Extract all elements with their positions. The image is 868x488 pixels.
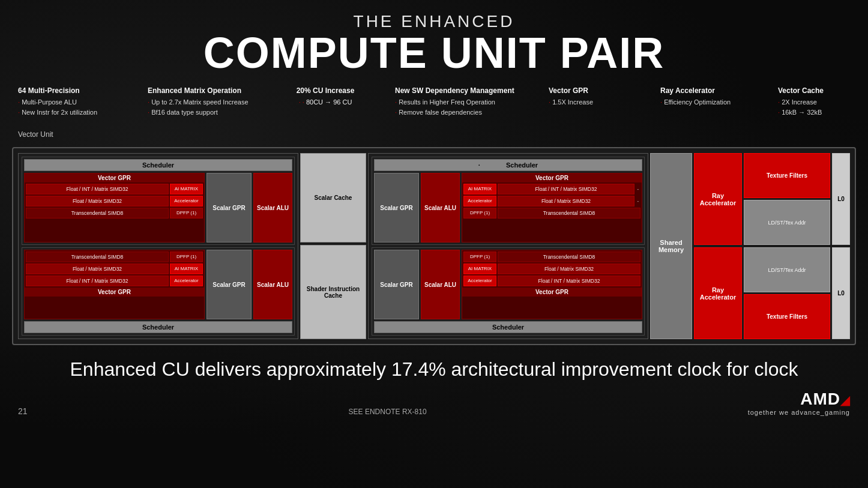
tex-ldst-bottom: LD/ST/Tex Addr Texture Filters: [744, 247, 830, 339]
l0-col: L0 L0: [832, 153, 850, 339]
ann-fr-b2: 16kB → 32kB: [778, 107, 850, 118]
l0-top: L0: [832, 153, 850, 245]
diagram-outer: Scheduler Vector GPR Float / INT / Matri…: [12, 147, 856, 345]
ann-left-bullet2: New Instr for 2x utilization: [18, 107, 114, 118]
footer-note: SEE ENDNOTE RX-810: [349, 408, 427, 416]
annotation-right: Ray Accelerator Efficiency Optimization: [660, 85, 744, 107]
trans-2: Transcendental SIMD8: [26, 252, 169, 262]
left-top-vgpr: Vector GPR Float / INT / Matrix SIMD32 A…: [24, 173, 205, 242]
annotations-row: 64 Multi-Precision Multi-Purpose ALU New…: [0, 80, 868, 145]
ann-cl-title: Enhanced Matrix Operation: [148, 85, 256, 96]
scalar-gpr-tl: Scalar GPR: [206, 173, 252, 242]
scalar-gpr-tr: Scalar GPR: [374, 173, 419, 242]
ann-cm-title: 20% CU Increase: [289, 85, 361, 96]
shader-cache-block: Shader Instruction Cache: [300, 245, 366, 339]
right-top-vgpr: Vector GPR AI MATRIX Float / INT / Matri…: [462, 173, 642, 242]
annotation-left: 64 Multi-Precision Multi-Purpose ALU New…: [18, 85, 114, 140]
ann-fr-title: Vector Cache: [778, 85, 850, 96]
float-matrix-2: Float / Matrix SIMD32: [26, 264, 169, 274]
scalar-alu-tr: Scalar ALU: [421, 173, 460, 242]
amd-tagline: together we advance_gaming: [748, 409, 850, 416]
ai-matrix-1: AI MATRIX: [170, 184, 203, 194]
dpfp-2: DPFP (1): [170, 252, 203, 262]
header-title: COMPUTE UNIT PAIR: [0, 31, 868, 74]
ann-cr-b2: Remove false dependencies: [395, 107, 515, 118]
scheduler-bottom-right: Scheduler: [374, 321, 642, 333]
ann-r-b1: Efficiency Optimization: [660, 97, 744, 107]
float-int-2: Float / INT / Matrix SIMD32: [26, 276, 169, 286]
transcendental-1: Transcendental SIMD8: [26, 208, 169, 218]
dpfp-rt1: DPFP (1): [463, 208, 496, 218]
ann-rm-title: Vector GPR: [549, 85, 627, 96]
simd-float-int-1: Float / INT / Matrix SIMD32: [26, 184, 169, 194]
right-cu-block: · Scheduler Scalar GPR Scalar ALU Vector…: [368, 153, 648, 339]
center-section: Scalar Cache Shader Instruction Cache: [300, 153, 366, 339]
shared-memory-block: Shared Memory: [650, 153, 692, 339]
right-cu-bottom: Scalar GPR Scalar ALU DPFP (1) Transcend…: [372, 247, 645, 336]
bottom-text: Enhanced CU delivers approximately 17.4%…: [0, 345, 868, 387]
float-int-rt1: Float / INT / Matrix SIMD32: [498, 184, 634, 194]
float-matrix-rt1: Float / Matrix SIMD32: [498, 196, 634, 206]
top-left-inner: Vector GPR Float / INT / Matrix SIMD32 A…: [24, 173, 292, 242]
l0-bottom: L0: [832, 247, 850, 339]
simd-float-matrix-1: Float / Matrix SIMD32: [26, 196, 169, 206]
ann-left-sub: Vector Unit: [18, 129, 114, 140]
vgpr-label-bl: Vector GPR: [25, 288, 204, 297]
dpfp-1: DPFP (1): [170, 208, 203, 218]
ann-fr-b1: 2X Increase: [778, 97, 850, 107]
vgpr-label-br: Vector GPR: [462, 288, 642, 297]
footer: 21 SEE ENDNOTE RX-810 AMD◢ together we a…: [0, 387, 868, 418]
acc-rb1: Accelerator: [463, 276, 496, 286]
float-int-rb1: Float / INT / Matrix SIMD32: [498, 276, 640, 286]
ann-cm-b1: · 80CU → 96 CU: [289, 97, 361, 107]
diagram-wrapper: Scheduler Vector GPR Float / INT / Matri…: [0, 147, 868, 345]
ldst-bottom: LD/ST/Tex Addr: [744, 247, 830, 292]
bottom-right-inner: Scalar GPR Scalar ALU DPFP (1) Transcend…: [374, 250, 642, 319]
scheduler-top-right: · Scheduler: [374, 159, 642, 171]
left-bottom-vgpr: Transcendental SIMD8 DPFP (1) Float / Ma…: [24, 250, 205, 319]
texture-filters-top: Texture Filters: [744, 153, 830, 198]
right-cu-top: · Scheduler Scalar GPR Scalar ALU Vector…: [372, 157, 645, 245]
ray-acc-bottom: Ray Accelerator: [694, 247, 742, 339]
ray-acc-top: Ray Accelerator: [694, 153, 742, 245]
texture-filters-bottom: Texture Filters: [744, 294, 830, 339]
vgpr-label-tl: Vector GPR: [25, 173, 204, 182]
scalar-alu-tl: Scalar ALU: [253, 173, 292, 242]
slide: THE ENHANCED COMPUTE UNIT PAIR 64 Multi-…: [0, 0, 868, 488]
ann-left-bullet1: Multi-Purpose ALU: [18, 97, 114, 107]
scalar-gpr-br: Scalar GPR: [374, 250, 419, 319]
ann-left-title: 64 Multi-Precision: [18, 85, 114, 96]
ann-cr-title: New SW Dependency Management: [395, 85, 515, 96]
ann-cl-b2: Bf16 data type support: [148, 107, 256, 118]
left-cu-block: Scheduler Vector GPR Float / INT / Matri…: [18, 153, 298, 339]
ann-r-title: Ray Accelerator: [660, 85, 744, 96]
float-matrix-rb1: Float / Matrix SIMD32: [498, 264, 640, 274]
amd-logo: AMD◢ together we advance_gaming: [748, 390, 850, 416]
ray-accelerator-col: Ray Accelerator Ray Accelerator: [694, 153, 742, 339]
annotation-center-mid: 20% CU Increase · 80CU → 96 CU: [289, 85, 361, 107]
ai-matrix-rt1: AI MATRIX: [463, 184, 496, 194]
annotation-center-left: Enhanced Matrix Operation Up to 2.7x Mat…: [148, 85, 256, 117]
transcendental-rt1: Transcendental SIMD8: [498, 208, 640, 218]
annotation-center-right: New SW Dependency Management Results in …: [395, 85, 515, 117]
vgpr-label-tr: Vector GPR: [462, 173, 642, 182]
left-cu-bottom: Transcendental SIMD8 DPFP (1) Float / Ma…: [22, 247, 295, 336]
annotation-far-right: Vector Cache 2X Increase 16kB → 32kB: [778, 85, 850, 117]
right-bottom-vgpr: DPFP (1) Transcendental SIMD8 AI MATRIX …: [462, 250, 642, 319]
ai-matrix-2: AI MATRIX: [170, 264, 203, 274]
bottom-left-inner: Transcendental SIMD8 DPFP (1) Float / Ma…: [24, 250, 292, 319]
ann-cr-b1: Results in Higher Freq Operation: [395, 97, 515, 107]
top-right-inner: Scalar GPR Scalar ALU Vector GPR AI MATR…: [374, 173, 642, 242]
full-diagram: Scheduler Vector GPR Float / INT / Matri…: [18, 153, 850, 339]
ai-rb1: AI MATRIX: [463, 264, 496, 274]
scheduler-top-left: Scheduler: [24, 159, 292, 171]
dpfp-rb1: DPFP (1): [463, 252, 496, 262]
ai-acc-2: Accelerator: [170, 276, 203, 286]
scalar-gpr-bl: Scalar GPR: [206, 250, 252, 319]
transcendental-rb1: Transcendental SIMD8: [498, 252, 640, 262]
scalar-alu-br: Scalar ALU: [421, 250, 460, 319]
right-panels: Ray Accelerator Ray Accelerator Texture …: [694, 153, 850, 339]
tex-ldst-col: Texture Filters LD/ST/Tex Addr LD/ST/Tex…: [744, 153, 830, 339]
scheduler-bottom-left: Scheduler: [24, 321, 292, 333]
ann-cl-b1: Up to 2.7x Matrix speed Increase: [148, 97, 256, 107]
